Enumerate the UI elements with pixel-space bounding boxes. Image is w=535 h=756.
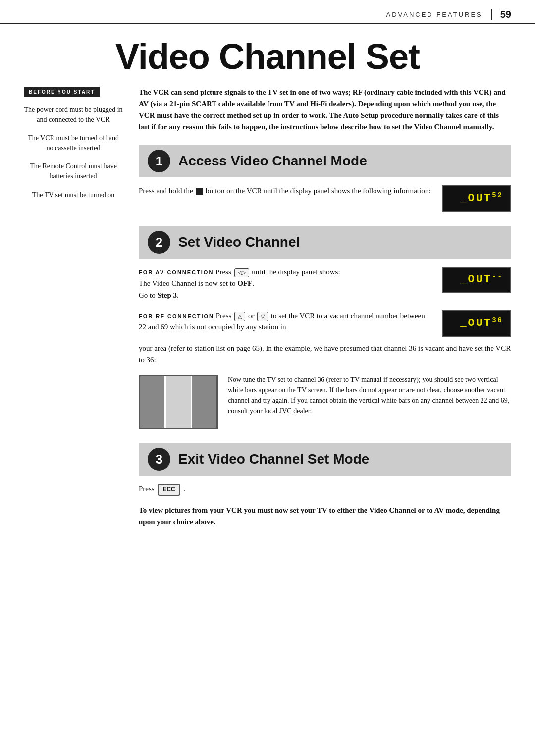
rf-text: FOR RF CONNECTION Press △ or ▽ to set th… [139,310,432,333]
tv-bar-1 [140,376,166,428]
tv-bar-3 [192,376,216,428]
step-1-title: Access Video Channel Mode [178,153,367,169]
step-3-section: 3 Exit Video Channel Set Mode Press ECC … [139,443,511,528]
section-label: ADVANCED FEATURES [386,11,482,18]
rf-text1: Press [216,312,232,320]
av-bold4: Step 3 [158,291,177,299]
av-text1: Press [215,268,231,276]
intro-text: The VCR can send picture signals to the … [139,87,511,133]
sidebar-item: The VCR must be turned off and no casset… [24,133,123,153]
step-1-header: 1 Access Video Channel Mode [139,145,511,177]
press-text: Press [139,485,155,493]
rf-text4: your area (refer to station list on page… [139,343,511,366]
step-1-body-text: Press and hold the [139,187,193,195]
rf-connection-label: FOR RF CONNECTION [139,313,214,319]
rf-button-up: △ [233,312,248,320]
page-container: ADVANCED FEATURES 59 Video Channel Set B… [0,0,535,756]
rf-connection-block: FOR RF CONNECTION Press △ or ▽ to set th… [139,310,511,366]
rf-button-down: ▽ [256,312,271,320]
intro-bold: The VCR can send picture signals to the … [139,88,506,131]
page-number: 59 [491,9,511,20]
step-1-display: _OUT52 [442,185,511,212]
step-1-body2: button on the VCR until the display pane… [206,187,430,195]
step-2-body: FOR AV CONNECTION Press ◁▷ until the dis… [139,267,511,429]
step-2-header: 2 Set Video Channel [139,226,511,259]
tv-screen-bars [140,376,216,428]
press-row: Press ECC . [139,484,511,496]
content-area: BEFORE YOU START The power cord must be … [0,87,535,542]
av-bold3: OFF [237,279,252,287]
rf-display-row: FOR RF CONNECTION Press △ or ▽ to set th… [139,310,511,337]
av-text4end: . [177,291,179,299]
step-2-number: 2 [148,231,170,254]
step-1-section: 1 Access Video Channel Mode Press and ho… [139,145,511,212]
av-connection-label: FOR AV CONNECTION [139,270,214,275]
main-content: The VCR can send picture signals to the … [139,87,511,542]
av-text: FOR AV CONNECTION Press ◁▷ until the dis… [139,267,432,301]
step-1-text: Press and hold the button on the VCR unt… [139,185,432,197]
step-3-title: Exit Video Channel Set Mode [178,451,369,467]
before-you-start-label: BEFORE YOU START [24,87,100,97]
step-1-display-row: Press and hold the button on the VCR unt… [139,185,511,212]
step-1-body: Press and hold the button on the VCR unt… [139,185,511,212]
rf-display: _OUT36 [442,310,511,337]
step-2-section: 2 Set Video Channel FOR AV CONNECTION Pr… [139,226,511,429]
av-display: _OUT-- [442,267,511,293]
sidebar-items: The power cord must be plugged in and co… [24,105,123,200]
tv-bar-2 [166,376,192,428]
ecc-key: ECC [158,484,180,496]
sidebar-item: The Remote Control must have batteries i… [24,162,123,181]
tv-caption: Now tune the TV set to channel 36 (refer… [228,375,511,416]
step-2-title: Set Video Channel [178,234,300,250]
av-text2: until the display panel shows: [252,268,340,276]
sidebar-item: The power cord must be plugged in and co… [24,105,123,124]
stop-icon [195,187,206,195]
sidebar: BEFORE YOU START The power cord must be … [24,87,123,542]
step-3-header: 3 Exit Video Channel Set Mode [139,443,511,476]
step-3-number: 3 [148,448,170,471]
sidebar-item: The TV set must be turned on [24,190,123,200]
tv-screen-image [139,375,218,429]
step-1-number: 1 [148,150,170,172]
page-title: Video Channel Set [0,24,535,87]
av-button-icon: ◁▷ [233,268,252,276]
tv-screen-row: Now tune the TV set to channel 36 (refer… [139,375,511,429]
rf-text2: or [248,312,255,320]
av-text3: The Video Channel is now set to [139,279,235,287]
av-connection-block: FOR AV CONNECTION Press ◁▷ until the dis… [139,267,511,301]
page-header: ADVANCED FEATURES 59 [0,0,535,24]
av-display-row: FOR AV CONNECTION Press ◁▷ until the dis… [139,267,511,301]
av-text4: Go to [139,291,156,299]
press-end: . [184,485,186,493]
final-note: To view pictures from your VCR you must … [139,505,511,528]
step-3-body: Press ECC . To view pictures from your V… [139,484,511,528]
